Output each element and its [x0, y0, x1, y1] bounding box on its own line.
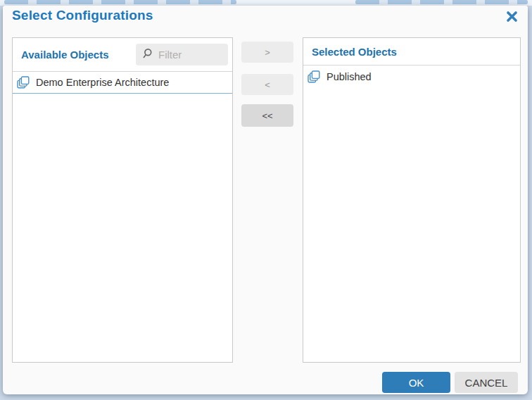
selected-objects-header: Selected Objects	[303, 38, 520, 65]
available-objects-title: Available Objects	[21, 49, 109, 61]
move-right-button[interactable]: >	[241, 42, 293, 63]
close-button[interactable]	[504, 10, 519, 25]
close-icon	[506, 11, 518, 25]
available-objects-header: Available Objects	[13, 38, 232, 72]
dialog-title: Select Configurations	[12, 8, 153, 23]
list-item[interactable]: Published	[303, 65, 520, 88]
filter-input[interactable]	[158, 49, 218, 61]
background-text-fragment	[355, 0, 528, 4]
list-item-label: Demo Enterprise Architecture	[36, 77, 169, 88]
selected-objects-title: Selected Objects	[312, 46, 397, 58]
available-objects-panel: Available Objects	[12, 37, 233, 363]
list-item[interactable]: Demo Enterprise Architecture	[13, 72, 232, 94]
filter-box[interactable]	[136, 44, 228, 65]
background-page-strip	[0, 0, 532, 6]
cancel-button[interactable]: CANCEL	[455, 372, 518, 393]
move-all-left-button[interactable]: <<	[241, 104, 293, 127]
stacked-objects-icon	[17, 76, 30, 89]
search-icon	[142, 48, 153, 62]
selected-objects-panel: Selected Objects Published	[303, 37, 521, 363]
ok-button[interactable]: OK	[382, 372, 450, 393]
list-item-label: Published	[327, 71, 372, 82]
background-text-fragment	[4, 0, 236, 4]
select-configurations-dialog: Select Configurations Available Objects	[3, 6, 528, 394]
move-left-button[interactable]: <	[241, 74, 293, 95]
stacked-objects-icon	[308, 70, 320, 83]
